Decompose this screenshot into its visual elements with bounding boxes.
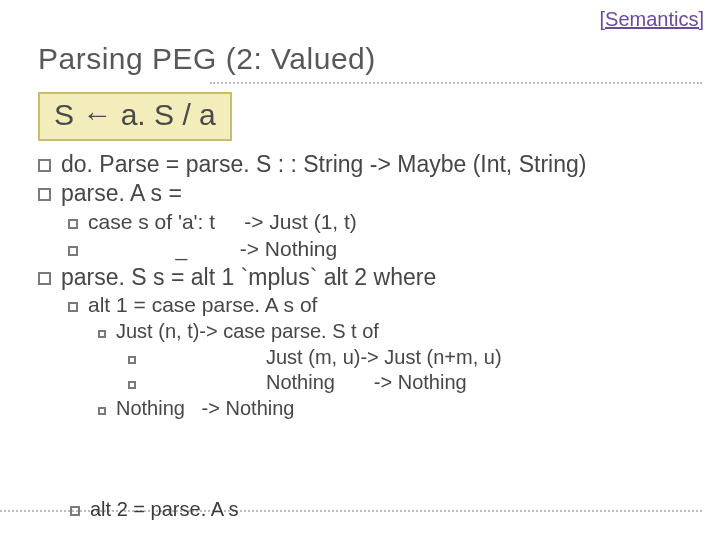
bullet-icon xyxy=(68,246,78,256)
alt2-line: alt 2 = parse. A s xyxy=(70,498,238,521)
code-line: parse. A s = xyxy=(61,179,182,208)
code-line: Nothing -> Nothing xyxy=(266,370,467,396)
code-line: alt 2 = parse. A s xyxy=(90,498,238,521)
slide: [Semantics] Parsing PEG (2: Valued) S ← … xyxy=(0,0,720,540)
code-line: do. Parse = parse. S : : String -> Maybe… xyxy=(61,150,586,179)
title-divider xyxy=(210,82,702,84)
code-line: Nothing -> Nothing xyxy=(116,396,294,422)
bullet-icon xyxy=(38,188,51,201)
code-line: alt 1 = case parse. A s of xyxy=(88,292,317,319)
bullet-icon xyxy=(98,407,106,415)
grammar-rule-box: S ← a. S / a xyxy=(38,92,232,141)
code-line: parse. S s = alt 1 `mplus` alt 2 where xyxy=(61,263,436,292)
code-line: _ -> Nothing xyxy=(88,236,337,263)
bullet-icon xyxy=(38,272,51,285)
bullet-icon xyxy=(68,219,78,229)
bullet-icon xyxy=(128,356,136,364)
code-line: Just (n, t)-> case parse. S t of xyxy=(116,319,379,345)
bullet-icon xyxy=(68,302,78,312)
semantics-link[interactable]: [Semantics] xyxy=(600,8,704,31)
bullet-icon xyxy=(98,330,106,338)
code-line: Just (m, u)-> Just (n+m, u) xyxy=(266,345,502,371)
code-body: do. Parse = parse. S : : String -> Maybe… xyxy=(38,150,702,421)
page-title: Parsing PEG (2: Valued) xyxy=(38,42,376,76)
bullet-icon xyxy=(38,159,51,172)
bullet-icon xyxy=(128,381,136,389)
bullet-icon xyxy=(70,506,80,516)
code-line: case s of 'a': t -> Just (1, t) xyxy=(88,209,357,236)
